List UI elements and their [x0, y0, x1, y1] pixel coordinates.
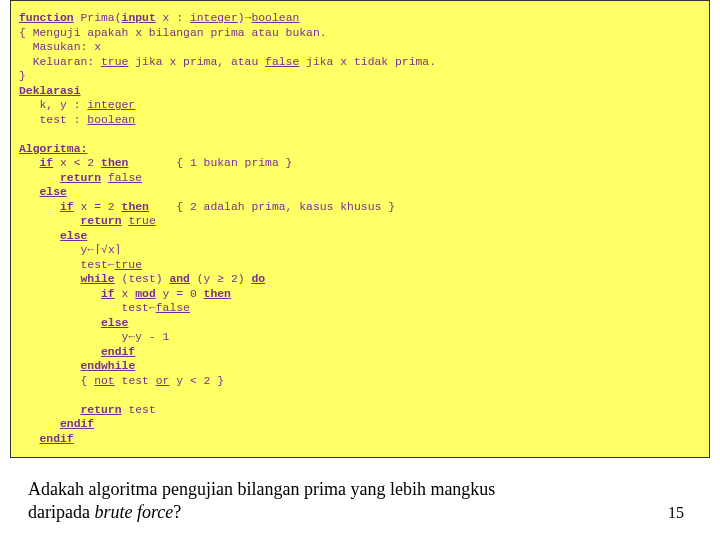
page-number: 15 — [668, 504, 684, 522]
pseudocode-block: function Prima(input x : integer)→boolea… — [19, 11, 701, 446]
caption-line2a: daripada — [28, 502, 94, 522]
slide-caption: Adakah algoritma pengujian bilangan prim… — [28, 478, 588, 524]
caption-line1: Adakah algoritma pengujian bilangan prim… — [28, 479, 495, 499]
caption-emph: brute force — [94, 502, 173, 522]
caption-line2c: ? — [173, 502, 181, 522]
code-panel: function Prima(input x : integer)→boolea… — [10, 0, 710, 458]
